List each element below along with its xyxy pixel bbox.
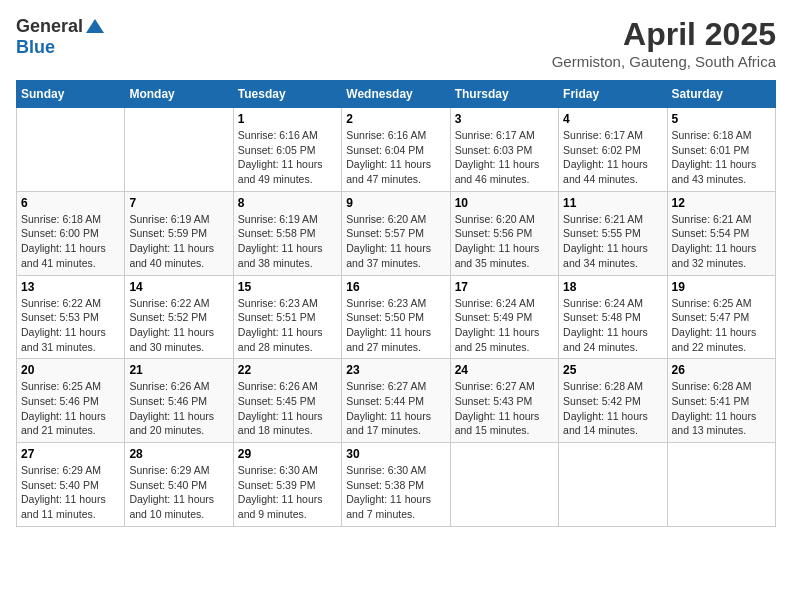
calendar-cell: 5Sunrise: 6:18 AMSunset: 6:01 PMDaylight… bbox=[667, 108, 775, 192]
day-number: 7 bbox=[129, 196, 228, 210]
day-info: Sunrise: 6:17 AMSunset: 6:03 PMDaylight:… bbox=[455, 128, 554, 187]
logo-blue-text: Blue bbox=[16, 37, 55, 57]
day-info: Sunrise: 6:24 AMSunset: 5:49 PMDaylight:… bbox=[455, 296, 554, 355]
calendar-cell: 24Sunrise: 6:27 AMSunset: 5:43 PMDayligh… bbox=[450, 359, 558, 443]
calendar-cell: 22Sunrise: 6:26 AMSunset: 5:45 PMDayligh… bbox=[233, 359, 341, 443]
calendar-week-row: 1Sunrise: 6:16 AMSunset: 6:05 PMDaylight… bbox=[17, 108, 776, 192]
day-number: 4 bbox=[563, 112, 662, 126]
calendar-day-header: Thursday bbox=[450, 81, 558, 108]
calendar-cell: 16Sunrise: 6:23 AMSunset: 5:50 PMDayligh… bbox=[342, 275, 450, 359]
calendar-day-header: Sunday bbox=[17, 81, 125, 108]
calendar-cell bbox=[667, 443, 775, 527]
day-number: 24 bbox=[455, 363, 554, 377]
calendar-cell: 20Sunrise: 6:25 AMSunset: 5:46 PMDayligh… bbox=[17, 359, 125, 443]
calendar-week-row: 20Sunrise: 6:25 AMSunset: 5:46 PMDayligh… bbox=[17, 359, 776, 443]
calendar-cell: 4Sunrise: 6:17 AMSunset: 6:02 PMDaylight… bbox=[559, 108, 667, 192]
day-info: Sunrise: 6:17 AMSunset: 6:02 PMDaylight:… bbox=[563, 128, 662, 187]
calendar-cell: 13Sunrise: 6:22 AMSunset: 5:53 PMDayligh… bbox=[17, 275, 125, 359]
day-number: 25 bbox=[563, 363, 662, 377]
day-number: 2 bbox=[346, 112, 445, 126]
calendar-cell: 25Sunrise: 6:28 AMSunset: 5:42 PMDayligh… bbox=[559, 359, 667, 443]
day-number: 14 bbox=[129, 280, 228, 294]
day-info: Sunrise: 6:21 AMSunset: 5:55 PMDaylight:… bbox=[563, 212, 662, 271]
calendar-cell: 9Sunrise: 6:20 AMSunset: 5:57 PMDaylight… bbox=[342, 191, 450, 275]
day-number: 21 bbox=[129, 363, 228, 377]
calendar-cell: 17Sunrise: 6:24 AMSunset: 5:49 PMDayligh… bbox=[450, 275, 558, 359]
calendar-cell: 23Sunrise: 6:27 AMSunset: 5:44 PMDayligh… bbox=[342, 359, 450, 443]
day-info: Sunrise: 6:16 AMSunset: 6:05 PMDaylight:… bbox=[238, 128, 337, 187]
calendar-cell bbox=[17, 108, 125, 192]
calendar-cell: 14Sunrise: 6:22 AMSunset: 5:52 PMDayligh… bbox=[125, 275, 233, 359]
day-info: Sunrise: 6:16 AMSunset: 6:04 PMDaylight:… bbox=[346, 128, 445, 187]
calendar-header-row: SundayMondayTuesdayWednesdayThursdayFrid… bbox=[17, 81, 776, 108]
calendar-cell: 11Sunrise: 6:21 AMSunset: 5:55 PMDayligh… bbox=[559, 191, 667, 275]
day-info: Sunrise: 6:20 AMSunset: 5:57 PMDaylight:… bbox=[346, 212, 445, 271]
calendar-cell: 15Sunrise: 6:23 AMSunset: 5:51 PMDayligh… bbox=[233, 275, 341, 359]
calendar-cell: 3Sunrise: 6:17 AMSunset: 6:03 PMDaylight… bbox=[450, 108, 558, 192]
day-info: Sunrise: 6:19 AMSunset: 5:58 PMDaylight:… bbox=[238, 212, 337, 271]
calendar-cell: 2Sunrise: 6:16 AMSunset: 6:04 PMDaylight… bbox=[342, 108, 450, 192]
day-number: 30 bbox=[346, 447, 445, 461]
calendar-day-header: Saturday bbox=[667, 81, 775, 108]
day-info: Sunrise: 6:22 AMSunset: 5:53 PMDaylight:… bbox=[21, 296, 120, 355]
day-info: Sunrise: 6:22 AMSunset: 5:52 PMDaylight:… bbox=[129, 296, 228, 355]
day-info: Sunrise: 6:25 AMSunset: 5:47 PMDaylight:… bbox=[672, 296, 771, 355]
logo-triangle-icon bbox=[86, 19, 104, 37]
calendar-cell: 10Sunrise: 6:20 AMSunset: 5:56 PMDayligh… bbox=[450, 191, 558, 275]
day-info: Sunrise: 6:27 AMSunset: 5:43 PMDaylight:… bbox=[455, 379, 554, 438]
day-number: 5 bbox=[672, 112, 771, 126]
calendar-cell bbox=[125, 108, 233, 192]
calendar-cell: 12Sunrise: 6:21 AMSunset: 5:54 PMDayligh… bbox=[667, 191, 775, 275]
day-info: Sunrise: 6:30 AMSunset: 5:39 PMDaylight:… bbox=[238, 463, 337, 522]
day-number: 29 bbox=[238, 447, 337, 461]
day-number: 27 bbox=[21, 447, 120, 461]
calendar-cell: 6Sunrise: 6:18 AMSunset: 6:00 PMDaylight… bbox=[17, 191, 125, 275]
calendar-day-header: Wednesday bbox=[342, 81, 450, 108]
calendar-cell bbox=[450, 443, 558, 527]
day-number: 3 bbox=[455, 112, 554, 126]
calendar-cell: 8Sunrise: 6:19 AMSunset: 5:58 PMDaylight… bbox=[233, 191, 341, 275]
page-subtitle: Germiston, Gauteng, South Africa bbox=[552, 53, 776, 70]
calendar-week-row: 27Sunrise: 6:29 AMSunset: 5:40 PMDayligh… bbox=[17, 443, 776, 527]
header: General Blue April 2025 Germiston, Gaute… bbox=[16, 16, 776, 70]
day-info: Sunrise: 6:20 AMSunset: 5:56 PMDaylight:… bbox=[455, 212, 554, 271]
day-number: 8 bbox=[238, 196, 337, 210]
day-info: Sunrise: 6:18 AMSunset: 6:00 PMDaylight:… bbox=[21, 212, 120, 271]
calendar-cell: 21Sunrise: 6:26 AMSunset: 5:46 PMDayligh… bbox=[125, 359, 233, 443]
day-number: 13 bbox=[21, 280, 120, 294]
day-info: Sunrise: 6:21 AMSunset: 5:54 PMDaylight:… bbox=[672, 212, 771, 271]
day-number: 23 bbox=[346, 363, 445, 377]
day-info: Sunrise: 6:29 AMSunset: 5:40 PMDaylight:… bbox=[21, 463, 120, 522]
day-info: Sunrise: 6:29 AMSunset: 5:40 PMDaylight:… bbox=[129, 463, 228, 522]
day-number: 20 bbox=[21, 363, 120, 377]
calendar-cell: 30Sunrise: 6:30 AMSunset: 5:38 PMDayligh… bbox=[342, 443, 450, 527]
calendar-cell: 26Sunrise: 6:28 AMSunset: 5:41 PMDayligh… bbox=[667, 359, 775, 443]
day-number: 12 bbox=[672, 196, 771, 210]
day-info: Sunrise: 6:18 AMSunset: 6:01 PMDaylight:… bbox=[672, 128, 771, 187]
day-number: 16 bbox=[346, 280, 445, 294]
calendar-week-row: 6Sunrise: 6:18 AMSunset: 6:00 PMDaylight… bbox=[17, 191, 776, 275]
calendar-cell: 19Sunrise: 6:25 AMSunset: 5:47 PMDayligh… bbox=[667, 275, 775, 359]
calendar-week-row: 13Sunrise: 6:22 AMSunset: 5:53 PMDayligh… bbox=[17, 275, 776, 359]
day-number: 1 bbox=[238, 112, 337, 126]
day-number: 18 bbox=[563, 280, 662, 294]
calendar-table: SundayMondayTuesdayWednesdayThursdayFrid… bbox=[16, 80, 776, 527]
day-number: 15 bbox=[238, 280, 337, 294]
day-number: 17 bbox=[455, 280, 554, 294]
svg-marker-0 bbox=[86, 19, 104, 33]
day-info: Sunrise: 6:28 AMSunset: 5:41 PMDaylight:… bbox=[672, 379, 771, 438]
day-number: 22 bbox=[238, 363, 337, 377]
day-info: Sunrise: 6:19 AMSunset: 5:59 PMDaylight:… bbox=[129, 212, 228, 271]
day-info: Sunrise: 6:28 AMSunset: 5:42 PMDaylight:… bbox=[563, 379, 662, 438]
calendar-day-header: Monday bbox=[125, 81, 233, 108]
day-number: 9 bbox=[346, 196, 445, 210]
calendar-cell: 29Sunrise: 6:30 AMSunset: 5:39 PMDayligh… bbox=[233, 443, 341, 527]
title-area: April 2025 Germiston, Gauteng, South Afr… bbox=[552, 16, 776, 70]
logo-general-text: General bbox=[16, 16, 83, 37]
day-info: Sunrise: 6:23 AMSunset: 5:51 PMDaylight:… bbox=[238, 296, 337, 355]
day-info: Sunrise: 6:30 AMSunset: 5:38 PMDaylight:… bbox=[346, 463, 445, 522]
calendar-cell: 27Sunrise: 6:29 AMSunset: 5:40 PMDayligh… bbox=[17, 443, 125, 527]
calendar-cell bbox=[559, 443, 667, 527]
day-number: 11 bbox=[563, 196, 662, 210]
day-number: 6 bbox=[21, 196, 120, 210]
